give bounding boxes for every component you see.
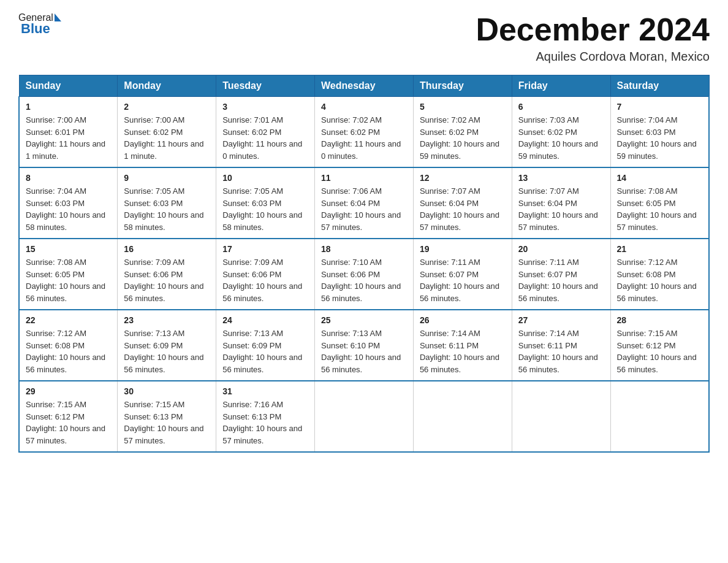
- day-number: 11: [321, 173, 407, 183]
- logo: General Blue: [18, 12, 61, 37]
- calendar-cell: 16 Sunrise: 7:09 AMSunset: 6:06 PMDaylig…: [118, 239, 216, 310]
- day-number: 27: [518, 315, 604, 325]
- calendar-cell: 2 Sunrise: 7:00 AMSunset: 6:02 PMDayligh…: [118, 97, 216, 168]
- day-number: 6: [518, 102, 604, 112]
- calendar-cell: 18 Sunrise: 7:10 AMSunset: 6:06 PMDaylig…: [315, 239, 414, 310]
- day-info: Sunrise: 7:01 AMSunset: 6:02 PMDaylight:…: [222, 114, 308, 162]
- calendar-header-row: SundayMondayTuesdayWednesdayThursdayFrid…: [19, 75, 709, 97]
- day-info: Sunrise: 7:08 AMSunset: 6:05 PMDaylight:…: [26, 256, 111, 304]
- col-header-tuesday: Tuesday: [216, 75, 315, 97]
- calendar-cell: [315, 381, 414, 452]
- day-number: 25: [321, 315, 407, 325]
- day-number: 13: [518, 173, 604, 183]
- calendar-week-row: 22 Sunrise: 7:12 AMSunset: 6:08 PMDaylig…: [19, 310, 709, 381]
- day-info: Sunrise: 7:07 AMSunset: 6:04 PMDaylight:…: [420, 185, 506, 233]
- day-info: Sunrise: 7:02 AMSunset: 6:02 PMDaylight:…: [420, 114, 506, 162]
- day-number: 20: [518, 244, 604, 254]
- logo-arrow-icon: [55, 13, 61, 21]
- day-number: 7: [617, 102, 702, 112]
- day-info: Sunrise: 7:10 AMSunset: 6:06 PMDaylight:…: [321, 256, 407, 304]
- col-header-wednesday: Wednesday: [315, 75, 414, 97]
- day-number: 3: [222, 102, 308, 112]
- day-info: Sunrise: 7:14 AMSunset: 6:11 PMDaylight:…: [518, 327, 604, 375]
- day-number: 22: [26, 315, 111, 325]
- calendar-cell: 7 Sunrise: 7:04 AMSunset: 6:03 PMDayligh…: [610, 97, 709, 168]
- calendar-table: SundayMondayTuesdayWednesdayThursdayFrid…: [18, 75, 710, 453]
- day-number: 15: [26, 244, 111, 254]
- day-info: Sunrise: 7:00 AMSunset: 6:02 PMDaylight:…: [124, 114, 210, 162]
- day-info: Sunrise: 7:08 AMSunset: 6:05 PMDaylight:…: [617, 185, 702, 233]
- day-info: Sunrise: 7:07 AMSunset: 6:04 PMDaylight:…: [518, 185, 604, 233]
- calendar-cell: 19 Sunrise: 7:11 AMSunset: 6:07 PMDaylig…: [413, 239, 512, 310]
- day-info: Sunrise: 7:13 AMSunset: 6:09 PMDaylight:…: [222, 327, 308, 375]
- day-number: 23: [124, 315, 210, 325]
- calendar-cell: 15 Sunrise: 7:08 AMSunset: 6:05 PMDaylig…: [19, 239, 118, 310]
- calendar-cell: [413, 381, 512, 452]
- day-number: 2: [124, 102, 210, 112]
- day-number: 8: [26, 173, 111, 183]
- location-subtitle: Aquiles Cordova Moran, Mexico: [476, 50, 710, 64]
- calendar-cell: 10 Sunrise: 7:05 AMSunset: 6:03 PMDaylig…: [216, 167, 315, 239]
- calendar-cell: 22 Sunrise: 7:12 AMSunset: 6:08 PMDaylig…: [19, 310, 118, 381]
- day-info: Sunrise: 7:09 AMSunset: 6:06 PMDaylight:…: [124, 256, 210, 304]
- day-info: Sunrise: 7:00 AMSunset: 6:01 PMDaylight:…: [26, 114, 111, 162]
- day-number: 10: [222, 173, 308, 183]
- day-info: Sunrise: 7:15 AMSunset: 6:13 PMDaylight:…: [124, 399, 210, 446]
- calendar-cell: 30 Sunrise: 7:15 AMSunset: 6:13 PMDaylig…: [118, 381, 216, 452]
- day-number: 18: [321, 244, 407, 254]
- calendar-cell: 5 Sunrise: 7:02 AMSunset: 6:02 PMDayligh…: [413, 97, 512, 168]
- day-info: Sunrise: 7:05 AMSunset: 6:03 PMDaylight:…: [124, 185, 210, 233]
- col-header-monday: Monday: [118, 75, 216, 97]
- day-number: 30: [124, 386, 210, 396]
- calendar-cell: 25 Sunrise: 7:13 AMSunset: 6:10 PMDaylig…: [315, 310, 414, 381]
- calendar-cell: 31 Sunrise: 7:16 AMSunset: 6:13 PMDaylig…: [216, 381, 315, 452]
- day-number: 19: [420, 244, 506, 254]
- day-number: 31: [222, 386, 308, 396]
- calendar-cell: [512, 381, 610, 452]
- calendar-cell: 4 Sunrise: 7:02 AMSunset: 6:02 PMDayligh…: [315, 97, 414, 168]
- day-info: Sunrise: 7:04 AMSunset: 6:03 PMDaylight:…: [617, 114, 702, 162]
- calendar-cell: 9 Sunrise: 7:05 AMSunset: 6:03 PMDayligh…: [118, 167, 216, 239]
- calendar-cell: 26 Sunrise: 7:14 AMSunset: 6:11 PMDaylig…: [413, 310, 512, 381]
- col-header-saturday: Saturday: [610, 75, 709, 97]
- day-number: 29: [26, 386, 111, 396]
- calendar-cell: 29 Sunrise: 7:15 AMSunset: 6:12 PMDaylig…: [19, 381, 118, 452]
- calendar-week-row: 8 Sunrise: 7:04 AMSunset: 6:03 PMDayligh…: [19, 167, 709, 239]
- day-number: 16: [124, 244, 210, 254]
- day-info: Sunrise: 7:09 AMSunset: 6:06 PMDaylight:…: [222, 256, 308, 304]
- day-info: Sunrise: 7:04 AMSunset: 6:03 PMDaylight:…: [26, 185, 111, 233]
- day-info: Sunrise: 7:12 AMSunset: 6:08 PMDaylight:…: [617, 256, 702, 304]
- col-header-thursday: Thursday: [413, 75, 512, 97]
- col-header-friday: Friday: [512, 75, 610, 97]
- title-block: December 2024 Aquiles Cordova Moran, Mex…: [476, 12, 710, 64]
- day-info: Sunrise: 7:15 AMSunset: 6:12 PMDaylight:…: [26, 399, 111, 446]
- calendar-cell: 24 Sunrise: 7:13 AMSunset: 6:09 PMDaylig…: [216, 310, 315, 381]
- calendar-cell: 6 Sunrise: 7:03 AMSunset: 6:02 PMDayligh…: [512, 97, 610, 168]
- calendar-cell: 23 Sunrise: 7:13 AMSunset: 6:09 PMDaylig…: [118, 310, 216, 381]
- month-title: December 2024: [476, 12, 710, 47]
- day-info: Sunrise: 7:13 AMSunset: 6:09 PMDaylight:…: [124, 327, 210, 375]
- calendar-week-row: 29 Sunrise: 7:15 AMSunset: 6:12 PMDaylig…: [19, 381, 709, 452]
- day-number: 28: [617, 315, 702, 325]
- day-number: 1: [26, 102, 111, 112]
- day-number: 5: [420, 102, 506, 112]
- calendar-cell: 20 Sunrise: 7:11 AMSunset: 6:07 PMDaylig…: [512, 239, 610, 310]
- day-number: 9: [124, 173, 210, 183]
- day-info: Sunrise: 7:14 AMSunset: 6:11 PMDaylight:…: [420, 327, 506, 375]
- day-info: Sunrise: 7:06 AMSunset: 6:04 PMDaylight:…: [321, 185, 407, 233]
- day-number: 12: [420, 173, 506, 183]
- day-info: Sunrise: 7:15 AMSunset: 6:12 PMDaylight:…: [617, 327, 702, 375]
- day-info: Sunrise: 7:11 AMSunset: 6:07 PMDaylight:…: [518, 256, 604, 304]
- calendar-cell: 27 Sunrise: 7:14 AMSunset: 6:11 PMDaylig…: [512, 310, 610, 381]
- day-info: Sunrise: 7:12 AMSunset: 6:08 PMDaylight:…: [26, 327, 111, 375]
- calendar-cell: 13 Sunrise: 7:07 AMSunset: 6:04 PMDaylig…: [512, 167, 610, 239]
- calendar-cell: 28 Sunrise: 7:15 AMSunset: 6:12 PMDaylig…: [610, 310, 709, 381]
- logo-blue-text: Blue: [21, 21, 50, 37]
- day-number: 21: [617, 244, 702, 254]
- day-info: Sunrise: 7:11 AMSunset: 6:07 PMDaylight:…: [420, 256, 506, 304]
- calendar-cell: 3 Sunrise: 7:01 AMSunset: 6:02 PMDayligh…: [216, 97, 315, 168]
- day-info: Sunrise: 7:02 AMSunset: 6:02 PMDaylight:…: [321, 114, 407, 162]
- day-info: Sunrise: 7:13 AMSunset: 6:10 PMDaylight:…: [321, 327, 407, 375]
- calendar-cell: [610, 381, 709, 452]
- day-number: 4: [321, 102, 407, 112]
